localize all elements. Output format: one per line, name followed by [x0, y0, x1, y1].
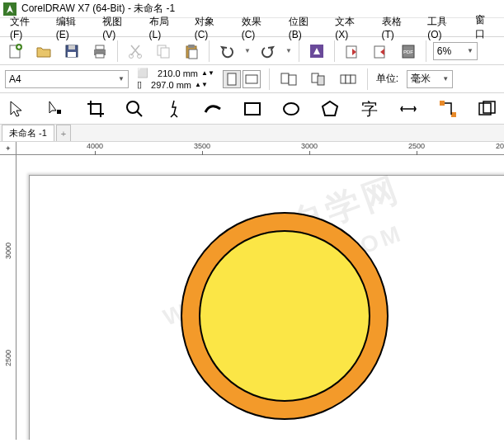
pick-tool[interactable] [5, 97, 29, 121]
zoom-tool[interactable] [122, 97, 146, 121]
svg-rect-34 [440, 101, 445, 106]
ellipse-tool[interactable] [279, 97, 303, 121]
svg-rect-31 [245, 103, 260, 115]
save-button[interactable] [61, 40, 82, 62]
effects-tool[interactable] [475, 97, 499, 121]
import-button[interactable] [341, 40, 363, 62]
ruler-tick: 3500 [194, 142, 210, 150]
dropdown-arrow-icon: ▼ [467, 47, 473, 54]
page-dimensions: ⬜▲▼ ▯▲▼ [137, 68, 214, 90]
horizontal-ruler[interactable]: 4000 3500 3000 2500 2000 [16, 142, 504, 155]
copy-button[interactable] [153, 40, 174, 62]
freehand-tool[interactable] [162, 97, 186, 121]
current-page-button[interactable] [308, 68, 329, 90]
units-label: 单位: [376, 72, 398, 86]
orientation-group [223, 70, 261, 88]
svg-rect-35 [451, 112, 456, 117]
svg-rect-28 [351, 75, 356, 83]
crop-tool[interactable] [83, 97, 107, 121]
svg-point-32 [284, 103, 299, 115]
menu-text[interactable]: 文本(X) [328, 13, 373, 42]
polygon-tool[interactable] [318, 97, 342, 121]
ruler-tick: 3000 [301, 142, 318, 150]
svg-text:PDF: PDF [403, 49, 413, 54]
cut-button[interactable] [125, 40, 146, 62]
separator [117, 40, 118, 62]
ruler-tick: 3000 [4, 243, 12, 259]
svg-rect-29 [57, 110, 61, 114]
add-tab-button[interactable]: + [56, 125, 71, 141]
all-pages-button[interactable] [278, 68, 299, 90]
ruler-tick: 4000 [87, 142, 103, 150]
artistic-media-tool[interactable] [200, 97, 224, 121]
menu-bitmap[interactable]: 位图(B) [282, 13, 327, 42]
menu-object[interactable]: 对象(C) [188, 13, 233, 42]
width-icon: ⬜ [137, 68, 148, 78]
inner-circle-shape[interactable] [200, 231, 370, 401]
svg-rect-22 [281, 73, 289, 83]
units-dropdown[interactable]: 毫米 ▼ [407, 70, 453, 88]
portrait-button[interactable] [223, 70, 241, 88]
text-tool[interactable]: 字 [357, 97, 381, 121]
menu-layout[interactable]: 布局(L) [143, 13, 186, 42]
paper-size-dropdown[interactable]: A4 ▼ [5, 70, 129, 88]
separator [209, 40, 210, 62]
open-button[interactable] [33, 40, 54, 62]
separator [269, 68, 270, 90]
menubar: 文件(F) 编辑(E) 视图(V) 布局(L) 对象(C) 效果(C) 位图(B… [0, 18, 504, 36]
page-height-input[interactable] [145, 79, 191, 90]
canvas[interactable]: 软件自学网 WWW.RJZXW.COM [16, 155, 504, 440]
vertical-ruler[interactable]: 3000 2500 [0, 155, 16, 440]
canvas-area: ✦ 4000 3500 3000 2500 2000 3000 2500 软件自… [0, 142, 504, 440]
landscape-button[interactable] [243, 70, 261, 88]
undo-button[interactable] [216, 40, 238, 62]
redo-button[interactable] [257, 40, 279, 62]
menu-edit[interactable]: 编辑(E) [49, 13, 94, 42]
svg-rect-27 [346, 75, 351, 83]
rectangle-tool[interactable] [240, 97, 264, 121]
zoom-value: 6% [437, 45, 451, 57]
ruler-origin[interactable]: ✦ [0, 142, 16, 155]
svg-rect-6 [96, 45, 104, 49]
spinner-icon[interactable]: ▲▼ [195, 81, 208, 88]
svg-rect-7 [96, 54, 104, 58]
svg-rect-3 [68, 45, 75, 49]
export-button[interactable] [370, 40, 391, 62]
new-button[interactable] [5, 40, 26, 62]
ruler-tick: 2500 [408, 142, 425, 150]
menu-view[interactable]: 视图(V) [96, 13, 140, 42]
search-content-button[interactable] [306, 40, 327, 62]
svg-rect-4 [68, 52, 76, 57]
print-button[interactable] [89, 40, 111, 62]
document-tab[interactable]: 未命名 -1 [2, 125, 54, 141]
separator [334, 40, 335, 62]
dimension-tool[interactable] [397, 97, 421, 121]
separator [426, 40, 426, 62]
menu-file[interactable]: 文件(F) [3, 13, 48, 42]
publish-pdf-button[interactable]: PDF [398, 40, 419, 62]
menu-table[interactable]: 表格(T) [375, 13, 420, 42]
svg-rect-11 [161, 48, 169, 58]
menu-tools[interactable]: 工具(O) [421, 13, 467, 42]
tab-label: 未命名 -1 [9, 127, 47, 139]
connector-tool[interactable] [436, 97, 459, 121]
document-tabs: 未命名 -1 + [0, 124, 504, 142]
redo-dropdown-icon[interactable]: ▼ [285, 47, 292, 54]
zoom-dropdown[interactable]: 6% ▼ [433, 42, 478, 60]
page-width-input[interactable] [152, 68, 198, 78]
facing-pages-button[interactable] [337, 68, 359, 90]
svg-point-30 [127, 101, 139, 113]
svg-rect-25 [318, 76, 324, 85]
dropdown-arrow-icon: ▼ [118, 75, 125, 82]
paste-button[interactable] [181, 40, 202, 62]
menu-effect[interactable]: 效果(C) [235, 13, 280, 42]
undo-dropdown-icon[interactable]: ▼ [244, 47, 251, 54]
svg-rect-20 [228, 73, 236, 85]
svg-rect-13 [188, 45, 195, 48]
svg-text:字: 字 [361, 100, 378, 118]
shape-tool[interactable] [44, 97, 68, 121]
spinner-icon[interactable]: ▲▼ [201, 69, 214, 77]
drawing-shapes[interactable] [177, 209, 392, 423]
units-value: 毫米 [411, 72, 431, 86]
menu-window[interactable]: 窗口 [469, 12, 501, 43]
